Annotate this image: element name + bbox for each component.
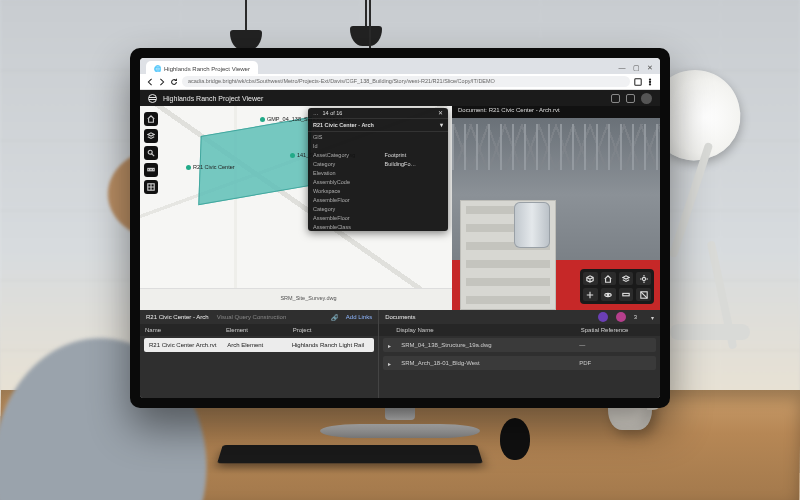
svg-point-7 [642, 277, 645, 280]
window-controls: — ▢ ✕ [618, 64, 654, 74]
document-row[interactable]: ▸ SRM_04_138_Structure_19a.dwg — [383, 338, 656, 352]
main-split: GMP_04_138_Structure_19a.dwg R21 Civic C… [140, 106, 660, 310]
breadcrumb-icon[interactable]: … [313, 110, 319, 116]
item-count: 14 of 16 [323, 110, 343, 116]
property-row: Elevation [308, 168, 448, 177]
screen: 🌐 Highlands Ranch Project Viewer — ▢ ✕ a… [140, 58, 660, 398]
svg-rect-10 [623, 293, 629, 295]
property-row: GIS [308, 132, 448, 141]
close-icon[interactable]: ✕ [646, 64, 654, 72]
menu-icon[interactable] [646, 78, 654, 86]
viewer-orbit-icon[interactable] [601, 288, 616, 301]
map-tool-search[interactable] [144, 146, 158, 160]
svg-point-1 [649, 78, 650, 79]
timeline-strip[interactable]: SRM_Site_Survey.dwg [140, 288, 452, 310]
link-row[interactable]: R21 Civic Center Arch.rvt Arch Element H… [144, 338, 374, 352]
property-row: AssemblyCode [308, 177, 448, 186]
header-tool-icon[interactable] [626, 94, 635, 103]
reload-icon[interactable] [170, 78, 178, 86]
property-row: Category [308, 204, 448, 213]
filter-pill[interactable] [598, 312, 608, 322]
bottom-panel: R21 Civic Center - Arch Visual Query Con… [140, 310, 660, 398]
documents-tab[interactable]: Documents [385, 314, 415, 320]
back-icon[interactable] [146, 78, 154, 86]
document-row[interactable]: ▸ SRM_Arch_18-01_Bldg-West PDF [383, 356, 656, 370]
left-column: GMP_04_138_Structure_19a.dwg R21 Civic C… [140, 106, 452, 310]
bottom-tab-selected[interactable]: R21 Civic Center - Arch [146, 314, 209, 320]
map-2d-view[interactable]: GMP_04_138_Structure_19a.dwg R21 Civic C… [140, 106, 452, 288]
mouse [500, 418, 530, 460]
monitor-bezel: 🌐 Highlands Ranch Project Viewer — ▢ ✕ a… [130, 48, 670, 408]
map-tool-layers[interactable] [144, 129, 158, 143]
property-row: AssetCategoryFootprint [308, 150, 448, 159]
properties-panel: … 14 of 16 ✕ R21 Civic Center - Arch ▾ G… [308, 108, 448, 231]
map-tool-basemap[interactable] [144, 180, 158, 194]
bottom-tab[interactable]: Visual Query Construction [217, 314, 287, 320]
browser-toolbar: acadia.bridge.bright/wk/cbs/Southwest/Me… [140, 74, 660, 90]
svg-point-9 [607, 294, 609, 296]
maximize-icon[interactable]: ▢ [632, 64, 640, 72]
globe-icon [148, 94, 157, 103]
properties-title: R21 Civic Center - Arch [313, 122, 374, 128]
property-row: CategoryBuildingFo… [308, 159, 448, 168]
viewer-home-icon[interactable] [601, 272, 616, 285]
viewer-layers-icon[interactable] [619, 272, 634, 285]
collapse-icon[interactable]: ▾ [651, 314, 654, 321]
model-atrium [514, 202, 550, 248]
globe-icon: 🌐 [154, 65, 161, 72]
model-3d-view[interactable]: Document: R21 Civic Center - Arch.rvt [452, 106, 660, 310]
viewer-pan-icon[interactable] [583, 288, 598, 301]
app-root: Highlands Ranch Project Viewer GMP_04_13… [140, 90, 660, 398]
links-panel: R21 Civic Center - Arch Visual Query Con… [140, 310, 379, 398]
filter-pill[interactable] [616, 312, 626, 322]
property-row: Id [308, 141, 448, 150]
model-truss [452, 124, 660, 170]
property-row: AssembleFloor [308, 213, 448, 222]
forward-icon[interactable] [158, 78, 166, 86]
map-feature-tag[interactable]: R21 Civic Center [186, 164, 235, 170]
app-title: Highlands Ranch Project Viewer [163, 95, 263, 102]
property-row: AssembleFloor [308, 195, 448, 204]
svg-rect-0 [635, 78, 641, 84]
property-row: Workspace [308, 186, 448, 195]
filter-count: 3 [634, 314, 637, 320]
timeline-marker: SRM_Site_Survey.dwg [280, 295, 336, 301]
chevron-down-icon[interactable]: ▾ [440, 122, 443, 128]
map-toolbar [144, 112, 158, 194]
app-header: Highlands Ranch Project Viewer [140, 90, 660, 106]
links-headers: Name Element Project [140, 324, 378, 336]
tab-title: Highlands Ranch Project Viewer [164, 66, 250, 72]
viewer-toolbar [580, 269, 654, 304]
svg-point-3 [649, 83, 650, 84]
viewer-cube-icon[interactable] [583, 272, 598, 285]
add-links-button[interactable]: Add Links [346, 314, 372, 320]
extension-icon[interactable] [634, 78, 642, 86]
document-label: Document: R21 Civic Center - Arch.rvt [452, 106, 660, 118]
panel-close-icon[interactable]: ✕ [438, 110, 443, 116]
minimize-icon[interactable]: — [618, 64, 626, 72]
svg-point-2 [649, 81, 650, 82]
viewer-measure-icon[interactable] [619, 288, 634, 301]
header-tool-icon[interactable] [611, 94, 620, 103]
svg-point-4 [148, 150, 152, 154]
viewer-settings-icon[interactable] [636, 272, 651, 285]
avatar[interactable] [641, 93, 652, 104]
browser-tab[interactable]: 🌐 Highlands Ranch Project Viewer [146, 61, 258, 74]
viewer-section-icon[interactable] [636, 288, 651, 301]
map-tool-home[interactable] [144, 112, 158, 126]
link-icon: 🔗 [331, 314, 338, 321]
browser-tab-bar: 🌐 Highlands Ranch Project Viewer — ▢ ✕ [140, 58, 660, 74]
map-tool-measure[interactable] [144, 163, 158, 177]
documents-headers: Display Name Spatial Reference [379, 324, 660, 336]
documents-panel: Documents 3 ▾ Display Name Spatial Refer… [379, 310, 660, 398]
address-bar[interactable]: acadia.bridge.bright/wk/cbs/Southwest/Me… [182, 76, 630, 87]
property-row: AssembleClass [308, 222, 448, 231]
